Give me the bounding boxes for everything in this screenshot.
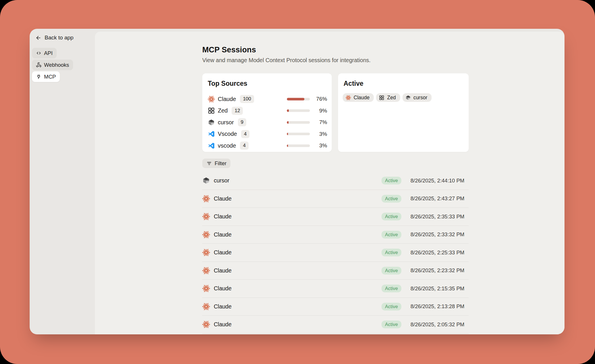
claude-icon	[202, 303, 210, 310]
status-badge: Active	[382, 321, 401, 328]
webhook-icon	[36, 62, 41, 68]
source-bar-group: 3%	[287, 131, 327, 137]
main-panel: MCP Sessions View and manage Model Conte…	[95, 32, 565, 334]
vscode-icon	[208, 130, 215, 138]
progress-bar-fill	[287, 133, 288, 135]
sidebar-item-label: API	[44, 50, 53, 56]
session-row[interactable]: ClaudeActive8/26/2025, 2:33:32 PM	[202, 226, 469, 244]
source-row: cursor97%	[207, 117, 327, 128]
source-count-badge: 12	[232, 107, 243, 115]
status-badge: Active	[382, 177, 401, 184]
source-row: vscode43%	[207, 140, 327, 152]
active-card-title: Active	[344, 80, 464, 87]
session-timestamp: 8/26/2025, 2:05:32 PM	[405, 321, 464, 328]
progress-bar-track	[287, 133, 310, 135]
source-name: Vscode	[218, 131, 237, 137]
top-sources-list: Claude10076%Zed129%cursor97%Vscode43%vsc…	[207, 93, 327, 152]
status-badge: Active	[382, 231, 401, 239]
progress-bar-fill	[287, 144, 288, 147]
session-timestamp: 8/26/2025, 2:44:10 PM	[405, 178, 464, 184]
source-bar-group: 76%	[287, 96, 327, 102]
claude-icon	[346, 95, 351, 100]
source-bar-group: 9%	[287, 108, 327, 114]
source-count-badge: 4	[241, 130, 249, 138]
code-icon	[36, 50, 41, 56]
sidebar-item-mcp[interactable]: MCP	[32, 71, 60, 82]
active-source-chip-zed: Zed	[376, 93, 400, 102]
chip-label: Claude	[354, 95, 369, 101]
arrow-left-icon	[35, 35, 41, 41]
zed-icon	[208, 107, 215, 114]
chip-label: cursor	[413, 95, 428, 101]
zed-icon	[379, 95, 384, 100]
source-percent-label: 3%	[313, 142, 327, 149]
session-timestamp: 8/26/2025, 2:35:33 PM	[405, 214, 464, 220]
source-percent-label: 3%	[313, 131, 327, 137]
source-bar-group: 3%	[287, 142, 327, 149]
progress-bar-track	[287, 98, 310, 100]
session-name: Claude	[214, 321, 232, 328]
sidebar-item-api[interactable]: API	[32, 48, 57, 58]
chip-label: Zed	[387, 95, 396, 101]
session-timestamp: 8/26/2025, 2:15:35 PM	[405, 285, 464, 292]
session-row[interactable]: ClaudeActive8/26/2025, 2:05:32 PM	[202, 316, 469, 334]
session-row[interactable]: ClaudeActive8/26/2025, 2:43:27 PM	[202, 190, 469, 208]
progress-bar-track	[287, 144, 310, 147]
source-percent-label: 76%	[313, 96, 327, 102]
session-name: Claude	[214, 231, 232, 238]
session-row[interactable]: ClaudeActive8/26/2025, 2:25:33 PM	[202, 244, 469, 262]
filter-icon	[206, 161, 212, 166]
sidebar-item-webhooks[interactable]: Webhooks	[32, 60, 73, 70]
source-name: cursor	[218, 119, 234, 126]
claude-icon	[202, 213, 210, 220]
session-row[interactable]: ClaudeActive8/26/2025, 2:23:32 PM	[202, 262, 469, 280]
back-to-app-button[interactable]: Back to app	[35, 35, 93, 41]
content-area: MCP Sessions View and manage Model Conte…	[202, 45, 469, 334]
desktop-background: Back to app APIWebhooksMCP MCP Sessions …	[0, 0, 595, 364]
source-row: Vscode43%	[207, 128, 327, 140]
page-subtitle: View and manage Model Context Protocol s…	[202, 57, 469, 64]
active-source-chip-claude: Claude	[343, 93, 374, 102]
session-row[interactable]: ClaudeActive8/26/2025, 2:15:35 PM	[202, 280, 469, 298]
source-name: vscode	[218, 142, 236, 149]
source-count-badge: 4	[240, 142, 248, 150]
sidebar-nav: APIWebhooksMCP	[32, 48, 93, 82]
filter-label: Filter	[215, 160, 226, 167]
claude-icon	[202, 321, 210, 328]
progress-bar-fill	[287, 109, 289, 112]
filter-button[interactable]: Filter	[202, 159, 230, 168]
summary-cards: Top Sources Claude10076%Zed129%cursor97%…	[202, 73, 469, 152]
session-timestamp: 8/26/2025, 2:23:32 PM	[405, 267, 464, 274]
status-badge: Active	[382, 213, 401, 220]
claude-icon	[202, 285, 210, 292]
active-chips: ClaudeZedcursor	[343, 93, 464, 102]
vscode-icon	[208, 142, 215, 149]
claude-icon	[202, 267, 210, 275]
session-row[interactable]: cursorActive8/26/2025, 2:44:10 PM	[202, 172, 469, 190]
source-name: Claude	[218, 96, 236, 102]
top-sources-card: Top Sources Claude10076%Zed129%cursor97%…	[202, 73, 332, 152]
source-percent-label: 7%	[313, 119, 327, 125]
progress-bar-track	[287, 109, 310, 112]
sidebar: Back to app APIWebhooksMCP	[30, 29, 95, 334]
source-row: Zed129%	[207, 105, 327, 117]
session-timestamp: 8/26/2025, 2:33:32 PM	[405, 231, 464, 238]
session-name: Claude	[214, 195, 232, 202]
session-name: Claude	[214, 249, 232, 256]
session-timestamp: 8/26/2025, 2:13:28 PM	[405, 303, 464, 310]
page-title: MCP Sessions	[202, 45, 469, 54]
claude-icon	[202, 249, 210, 256]
sidebar-item-label: Webhooks	[44, 62, 69, 68]
source-name: Zed	[218, 107, 228, 114]
cursor-icon	[202, 177, 210, 184]
status-badge: Active	[382, 303, 401, 310]
app-window: Back to app APIWebhooksMCP MCP Sessions …	[30, 29, 565, 334]
claude-icon	[202, 195, 210, 203]
session-name: Claude	[214, 285, 232, 292]
session-name: Claude	[214, 303, 232, 310]
session-name: Claude	[214, 267, 232, 274]
claude-icon	[208, 96, 215, 103]
status-badge: Active	[382, 285, 401, 292]
session-row[interactable]: ClaudeActive8/26/2025, 2:35:33 PM	[202, 208, 469, 226]
session-row[interactable]: ClaudeActive8/26/2025, 2:13:28 PM	[202, 298, 469, 316]
